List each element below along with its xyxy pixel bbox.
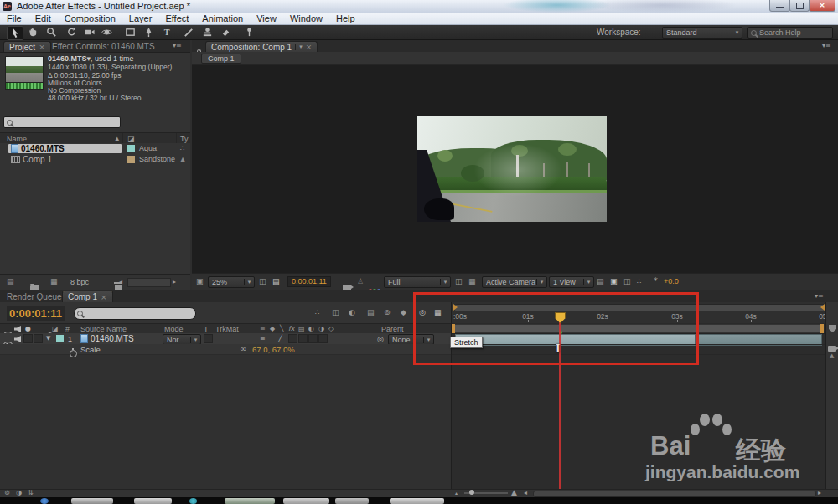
- crumb-comp[interactable]: Comp 1: [201, 54, 241, 64]
- exposure-value[interactable]: +0.0: [664, 277, 679, 285]
- scroll-left-icon[interactable]: ◂: [524, 489, 527, 496]
- scroll-up-icon[interactable]: ▲: [830, 352, 834, 359]
- taskbar-item[interactable]: [335, 498, 369, 504]
- label-color-chip[interactable]: [127, 145, 135, 152]
- column-number[interactable]: #: [65, 325, 70, 333]
- timeline-button-icon[interactable]: ◫: [623, 277, 631, 285]
- tab-composition[interactable]: Composition: Comp 1 ▾ ×: [205, 41, 318, 52]
- taskbar-start-icon[interactable]: [40, 498, 49, 504]
- maximize-button[interactable]: [789, 0, 810, 12]
- table-row[interactable]: Comp 1 Sandstone ▲: [0, 154, 190, 165]
- comp-button-icon[interactable]: [828, 346, 836, 352]
- safe-margins-icon[interactable]: ◫: [259, 277, 266, 285]
- comp-marker-bin-icon[interactable]: [829, 325, 836, 332]
- switch-cell[interactable]: [318, 334, 328, 343]
- exposure-icon[interactable]: *: [654, 276, 658, 285]
- rotate-tool[interactable]: [64, 26, 79, 39]
- timeline-search-input[interactable]: [74, 307, 196, 320]
- column-source-name[interactable]: Source Name: [80, 325, 127, 333]
- layer-audio-icon[interactable]: [14, 336, 21, 342]
- menu-window[interactable]: Window: [283, 13, 329, 23]
- workspace-dropdown[interactable]: Standard ▾: [662, 27, 742, 39]
- toggle-expand-icon[interactable]: ⊚: [4, 489, 10, 496]
- close-button[interactable]: ×: [809, 0, 835, 12]
- zoom-out-mountain-icon[interactable]: ▴: [455, 490, 458, 496]
- transparency-grid-icon[interactable]: ▦: [468, 277, 476, 285]
- panel-menu-icon[interactable]: ▾≡: [822, 42, 831, 49]
- trkmat-cell[interactable]: [204, 334, 213, 343]
- menu-effect[interactable]: Effect: [158, 13, 195, 23]
- menu-layer[interactable]: Layer: [122, 13, 159, 23]
- switch-cell[interactable]: [308, 334, 318, 343]
- property-row[interactable]: Scale ∞ 67.0, 67.0%: [0, 344, 451, 355]
- property-value[interactable]: 67.0, 67.0%: [252, 345, 295, 354]
- column-name[interactable]: Name: [7, 135, 27, 143]
- menu-edit[interactable]: Edit: [28, 13, 58, 23]
- column-type[interactable]: Ty: [180, 135, 189, 143]
- pen-tool[interactable]: [141, 26, 156, 39]
- shy-icon[interactable]: ◐: [349, 308, 355, 316]
- solo-switch[interactable]: [23, 334, 33, 343]
- taskbar-item[interactable]: [134, 498, 172, 504]
- taskbar-item[interactable]: [71, 498, 113, 504]
- shy-toggle-icon[interactable]: ≡: [260, 335, 266, 342]
- eraser-tool[interactable]: [218, 26, 233, 39]
- menu-composition[interactable]: Composition: [58, 13, 122, 23]
- link-dimensions-icon[interactable]: ∞: [240, 344, 246, 353]
- motion-blur-icon[interactable]: ⊚: [384, 308, 391, 316]
- label-column-tag-icon[interactable]: ◪: [52, 325, 59, 332]
- timeline-horizontal-scrollbar[interactable]: [533, 491, 816, 497]
- minimize-button[interactable]: [769, 0, 790, 12]
- tab-project[interactable]: Project ×: [3, 41, 51, 52]
- panel-menu-icon[interactable]: ▾≡: [815, 292, 824, 300]
- menu-help[interactable]: Help: [329, 13, 362, 23]
- taskbar-item[interactable]: [390, 498, 444, 504]
- view-count-dropdown[interactable]: 1 View ▾: [549, 276, 594, 288]
- pixel-aspect-icon[interactable]: ▤: [597, 277, 604, 285]
- clone-stamp-tool[interactable]: [199, 26, 215, 39]
- zoom-slider-knob[interactable]: [469, 490, 474, 495]
- type-tool[interactable]: T: [159, 26, 174, 39]
- property-name[interactable]: Scale: [80, 345, 101, 354]
- solo-icon[interactable]: ●: [25, 325, 31, 332]
- rectangle-tool[interactable]: [122, 26, 137, 39]
- view-layout-3d-dropdown[interactable]: Active Camera ▾: [482, 276, 547, 288]
- footage-thumbnail[interactable]: [5, 56, 44, 83]
- scroll-right-icon[interactable]: ▸: [173, 278, 176, 285]
- label-column-tag-icon[interactable]: ◪: [127, 135, 135, 143]
- help-search-input[interactable]: Search Help: [747, 27, 833, 39]
- interpret-footage-icon[interactable]: ▤: [7, 277, 14, 285]
- current-timecode[interactable]: 0:00:01:11: [7, 306, 65, 321]
- tab-effect-controls[interactable]: Effect Controls: 01460.MTS: [52, 42, 155, 51]
- bit-depth[interactable]: 8 bpc: [70, 278, 89, 286]
- viewer-timecode[interactable]: 0:00:01:11: [287, 276, 331, 287]
- show-snapshot-icon[interactable]: ♙: [357, 277, 364, 285]
- always-preview-icon[interactable]: ▣: [196, 277, 204, 285]
- tab-render-queue[interactable]: Render Queue: [7, 292, 62, 301]
- magnification-dropdown[interactable]: 25% ▾: [208, 276, 255, 288]
- scroll-right-icon[interactable]: ▸: [818, 489, 821, 496]
- column-t[interactable]: T: [204, 325, 209, 333]
- quality-toggle-icon[interactable]: ╱: [278, 335, 282, 342]
- region-icon[interactable]: ◫: [455, 277, 463, 285]
- orbit-camera-tool[interactable]: [99, 26, 114, 39]
- stopwatch-icon[interactable]: [70, 350, 77, 357]
- close-tab-icon[interactable]: ×: [101, 293, 107, 301]
- resolution-dropdown[interactable]: Full ▾: [384, 276, 451, 288]
- menu-animation[interactable]: Animation: [195, 13, 250, 23]
- horizontal-scrollbar[interactable]: [127, 278, 171, 287]
- pickwhip-icon[interactable]: ◎: [377, 335, 384, 343]
- comp-mini-flowchart-icon[interactable]: ∴: [315, 308, 320, 316]
- lock-switch[interactable]: [34, 334, 43, 343]
- fast-preview-icon[interactable]: ▣: [610, 277, 618, 285]
- selection-tool[interactable]: [7, 26, 23, 40]
- puppet-pin-tool[interactable]: [241, 26, 256, 39]
- panel-menu-icon[interactable]: ▾≡: [173, 42, 182, 49]
- scroll-left-icon[interactable]: ◂: [119, 278, 122, 285]
- zoom-tool[interactable]: [44, 26, 59, 39]
- toggle-inout-icon[interactable]: ⇅: [28, 489, 34, 496]
- label-color-chip[interactable]: [127, 156, 135, 163]
- toggle-graph-icon[interactable]: ◑: [16, 489, 22, 496]
- layer-color-chip[interactable]: [56, 335, 64, 342]
- audio-icon[interactable]: [14, 326, 21, 332]
